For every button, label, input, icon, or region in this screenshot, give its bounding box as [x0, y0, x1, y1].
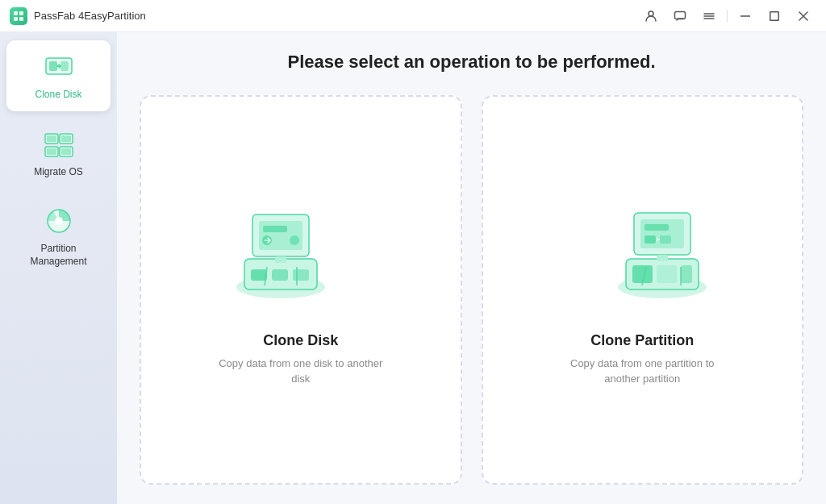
content-area: Please select an operation to be perform…	[117, 32, 826, 504]
app-logo	[10, 7, 27, 25]
svg-rect-23	[61, 148, 71, 155]
sidebar-item-clone-disk[interactable]: Clone Disk	[6, 40, 111, 111]
svg-rect-22	[47, 148, 56, 155]
maximize-button[interactable]	[761, 5, 787, 27]
svg-rect-50	[645, 224, 669, 231]
svg-rect-2	[14, 17, 18, 21]
svg-rect-35	[263, 226, 287, 232]
svg-rect-3	[19, 17, 23, 21]
svg-rect-1	[19, 11, 23, 15]
minimize-button[interactable]	[732, 5, 758, 27]
menu-button[interactable]	[696, 5, 722, 27]
clone-disk-label: Clone Disk	[35, 89, 81, 102]
clone-partition-option-name: Clone Partition	[590, 332, 694, 349]
svg-rect-0	[14, 11, 18, 15]
svg-rect-31	[293, 269, 309, 281]
svg-point-37	[290, 235, 299, 245]
clone-disk-option-name: Clone Disk	[263, 332, 338, 349]
title-bar-left: PassFab 4EasyPartition	[10, 7, 146, 25]
sidebar-item-partition-management[interactable]: PartitionManagement	[6, 194, 111, 277]
close-button[interactable]	[791, 5, 816, 27]
title-bar-controls	[638, 5, 816, 27]
svg-rect-51	[645, 235, 656, 244]
partition-management-icon	[42, 204, 76, 238]
svg-rect-45	[657, 265, 677, 283]
svg-rect-20	[47, 135, 56, 142]
svg-rect-21	[61, 135, 71, 142]
svg-rect-53	[657, 255, 668, 261]
title-bar: PassFab 4EasyPartition	[0, 0, 826, 32]
title-divider	[727, 10, 728, 23]
clone-disk-card[interactable]: Clone Disk Copy data from one disk to an…	[140, 95, 462, 485]
svg-rect-15	[60, 61, 69, 71]
svg-point-25	[55, 217, 63, 225]
svg-rect-34	[259, 221, 302, 250]
content-title: Please select an operation to be perform…	[140, 52, 803, 73]
svg-rect-38	[275, 256, 286, 263]
svg-rect-5	[675, 11, 686, 19]
svg-rect-10	[770, 11, 779, 20]
app-title: PassFab 4EasyPartition	[34, 10, 146, 22]
clone-disk-icon	[42, 50, 76, 84]
sidebar: Clone Disk Migrate OS	[0, 32, 117, 504]
svg-rect-46	[681, 265, 692, 283]
svg-rect-14	[49, 61, 57, 71]
clone-partition-card[interactable]: Clone Partition Copy data from one parti…	[482, 95, 804, 485]
sidebar-item-migrate-os[interactable]: Migrate OS	[6, 118, 111, 189]
svg-rect-52	[660, 235, 671, 244]
svg-rect-29	[251, 269, 267, 281]
main-layout: Clone Disk Migrate OS	[0, 32, 826, 504]
partition-management-label: PartitionManagement	[30, 243, 86, 268]
clone-disk-option-desc: Copy data from one disk to another disk	[212, 356, 390, 387]
svg-point-4	[649, 11, 653, 16]
migrate-os-icon	[42, 127, 76, 161]
clone-disk-illustration	[220, 190, 382, 319]
migrate-os-label: Migrate OS	[34, 166, 83, 179]
clone-partition-option-desc: Copy data from one partition to another …	[553, 356, 731, 387]
svg-rect-49	[640, 219, 684, 248]
clone-partition-illustration	[561, 190, 723, 319]
chat-button[interactable]	[667, 5, 693, 27]
options-grid: Clone Disk Copy data from one disk to an…	[140, 95, 803, 485]
svg-rect-30	[272, 269, 288, 281]
profile-button[interactable]	[638, 5, 664, 27]
